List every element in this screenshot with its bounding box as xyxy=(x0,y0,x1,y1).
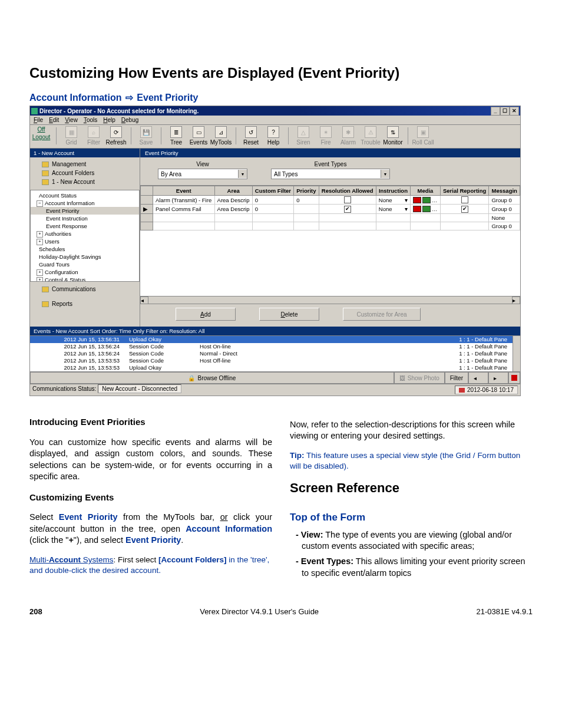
window-close-button[interactable]: ✕ xyxy=(510,107,519,116)
window-minimize-button[interactable]: _ xyxy=(491,107,500,116)
color-swatch-icon[interactable] xyxy=(422,206,431,212)
menu-edit[interactable]: Edit xyxy=(49,117,59,123)
window-maximize-button[interactable]: ☐ xyxy=(500,107,510,116)
row-handle[interactable]: ▶ xyxy=(141,205,153,213)
media-options-icon[interactable]: … xyxy=(432,206,438,212)
nav-prev-button[interactable]: ◂ xyxy=(468,372,488,384)
col-instruction[interactable]: Instruction xyxy=(376,186,410,196)
menu-help[interactable]: Help xyxy=(103,117,115,123)
cell-messaging[interactable]: Group 0 xyxy=(489,205,520,213)
color-swatch-icon[interactable] xyxy=(413,206,421,212)
cell-serial[interactable]: ✔ xyxy=(440,205,489,213)
scroll-left-icon[interactable]: ◂ xyxy=(140,297,148,304)
col-custom-filter[interactable]: Custom Filter xyxy=(252,186,293,196)
tree-node-authorities[interactable]: +Authorities xyxy=(31,230,139,238)
tree-node-event-instruction[interactable]: Event Instruction xyxy=(31,215,139,222)
toolbar-refresh[interactable]: ⟳ Refresh xyxy=(105,126,127,146)
tree-node-control-status[interactable]: +Control & Status xyxy=(31,276,139,282)
checkbox-icon[interactable]: ✔ xyxy=(461,206,468,213)
col-messaging[interactable]: Messagin xyxy=(489,186,520,196)
col-resolution[interactable]: Resolution Allowed xyxy=(319,186,376,196)
cell-instruction[interactable]: None ▾ xyxy=(376,196,410,205)
view-select[interactable]: By Area ▼ xyxy=(158,169,247,179)
expand-icon[interactable]: + xyxy=(37,231,43,238)
toolbar-help[interactable]: ? Help xyxy=(262,126,285,146)
events-list[interactable]: 2012 Jun 15, 13:56:31Upload Okay1 : 1 - … xyxy=(30,335,520,371)
cell-event[interactable]: Panel Comms Fail xyxy=(153,205,215,213)
event-row[interactable]: 2012 Jun 15, 13:53:53Session CodeHost Of… xyxy=(30,357,520,364)
expand-icon[interactable]: + xyxy=(37,277,43,282)
tree-node-account-status[interactable]: Account Status xyxy=(31,192,139,199)
collapse-icon[interactable]: − xyxy=(37,200,43,207)
cell-custom-filter[interactable]: 0 xyxy=(252,196,293,205)
event-grid[interactable]: Event Area Custom Filter Priority Resolu… xyxy=(140,185,520,304)
row-handle[interactable] xyxy=(141,196,153,205)
tree-node-event-response[interactable]: Event Response xyxy=(31,222,139,230)
col-event[interactable]: Event xyxy=(153,186,215,196)
cell-event[interactable]: Alarm (Transmit) - Fire xyxy=(153,196,215,205)
grid-horizontal-scrollbar[interactable]: ◂ ▸ xyxy=(140,296,520,304)
scroll-right-icon[interactable]: ▸ xyxy=(512,297,520,304)
event-types-select[interactable]: All Types ▼ xyxy=(271,169,390,179)
events-vertical-scrollbar[interactable] xyxy=(513,336,520,371)
event-row[interactable]: 2012 Jun 15, 13:53:53Upload Okay1 : 1 - … xyxy=(30,364,520,371)
cell-area[interactable]: Area Descrip xyxy=(214,205,252,213)
add-button[interactable]: Add xyxy=(176,308,236,321)
tree-node-holiday[interactable]: Holiday-Daylight Savings xyxy=(31,253,139,261)
cell-custom-filter[interactable]: 0 xyxy=(252,205,293,213)
delete-button[interactable]: Delete xyxy=(259,308,319,321)
tree-node-schedules[interactable]: Schedules xyxy=(31,245,139,253)
nav-end-button[interactable] xyxy=(508,372,520,384)
event-row[interactable]: 2012 Jun 15, 13:56:31Upload Okay1 : 1 - … xyxy=(30,336,520,343)
tree-management[interactable]: Management xyxy=(30,160,140,169)
cell-resolution[interactable] xyxy=(319,196,376,205)
cell-serial[interactable] xyxy=(440,196,489,205)
chevron-down-icon[interactable]: ▾ xyxy=(405,197,408,203)
checkbox-icon[interactable] xyxy=(344,196,351,203)
nav-next-button[interactable]: ▸ xyxy=(488,372,508,384)
cell-area[interactable]: Area Descrip xyxy=(214,196,252,205)
chevron-down-icon[interactable]: ▼ xyxy=(381,170,389,178)
tree-node-event-priority[interactable]: Event Priority xyxy=(31,207,139,215)
col-priority[interactable]: Priority xyxy=(294,186,319,196)
toolbar-off[interactable]: Off Logout xyxy=(30,126,52,146)
color-swatch-icon[interactable] xyxy=(422,197,431,203)
browse-offline[interactable]: Browse Offline xyxy=(30,372,394,384)
toolbar-events[interactable]: ▭ Events xyxy=(187,126,210,146)
expand-icon[interactable]: + xyxy=(37,269,43,276)
grid-row[interactable]: Alarm (Transmit) - FireArea Descrip00Non… xyxy=(141,196,520,205)
expand-icon[interactable]: + xyxy=(37,239,43,245)
media-options-icon[interactable]: … xyxy=(432,197,438,203)
chevron-down-icon[interactable]: ▾ xyxy=(405,206,408,212)
cell-priority[interactable] xyxy=(294,205,319,213)
col-area[interactable]: Area xyxy=(214,186,252,196)
cell-messaging[interactable]: Group 0 xyxy=(489,196,520,205)
menu-tools[interactable]: Tools xyxy=(84,117,97,123)
cell-instruction[interactable]: None ▾ xyxy=(376,205,410,213)
tree-node-account-information[interactable]: −Account Information xyxy=(31,199,139,207)
tree-node-guard-tours[interactable]: Guard Tours xyxy=(31,261,139,268)
filter-button[interactable]: Filter xyxy=(445,372,468,384)
toolbar-tree[interactable]: ≣ Tree xyxy=(165,126,187,146)
tree-scroll[interactable]: Account Status −Account Information Even… xyxy=(30,190,140,282)
menu-debug[interactable]: Debug xyxy=(121,117,138,123)
checkbox-icon[interactable]: ✔ xyxy=(344,206,351,213)
toolbar-mytools[interactable]: ⊿ MyTools xyxy=(210,126,232,146)
event-row[interactable]: 2012 Jun 15, 13:56:24Session CodeHost On… xyxy=(30,343,520,350)
cell-priority[interactable]: 0 xyxy=(294,196,319,205)
checkbox-icon[interactable] xyxy=(461,196,468,203)
toolbar-monitor[interactable]: ⇅ Monitor xyxy=(382,126,404,146)
tree-new-account[interactable]: 1 - New Account xyxy=(30,177,140,186)
grid-row[interactable]: ▶Panel Comms FailArea Descrip0✔None ▾…✔G… xyxy=(141,205,520,213)
event-row[interactable]: 2012 Jun 15, 13:56:24Session CodeNormal … xyxy=(30,350,520,357)
cell-resolution[interactable]: ✔ xyxy=(319,205,376,213)
tree-account-folders[interactable]: Account Folders xyxy=(30,169,140,177)
menu-file[interactable]: File xyxy=(34,117,43,123)
col-serial[interactable]: Serial Reporting xyxy=(440,186,489,196)
tree-communications[interactable]: Communications xyxy=(30,282,140,297)
col-media[interactable]: Media xyxy=(411,186,441,196)
menu-view[interactable]: View xyxy=(65,117,78,123)
chevron-down-icon[interactable]: ▼ xyxy=(238,170,247,178)
color-swatch-icon[interactable] xyxy=(413,197,421,203)
toolbar-reset[interactable]: ↺ Reset xyxy=(240,126,262,146)
